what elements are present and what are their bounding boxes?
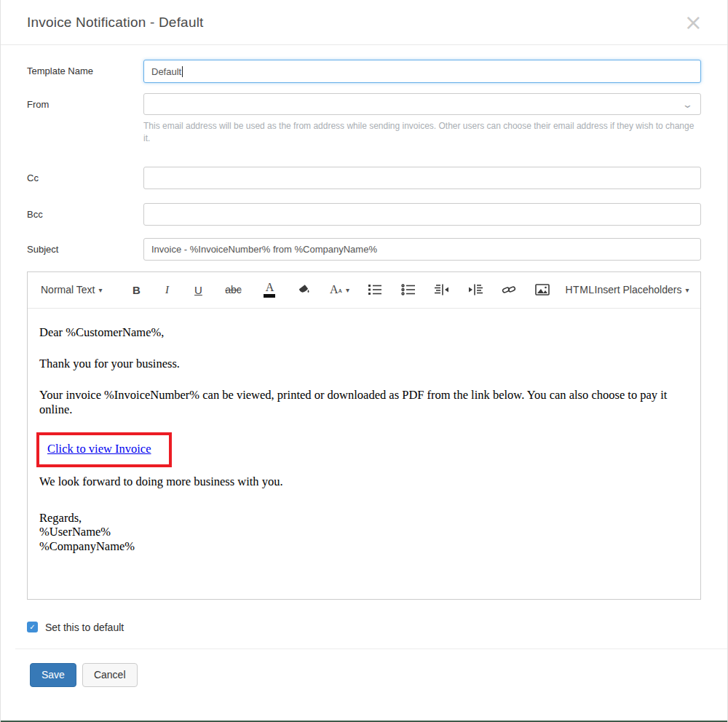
caret-down-icon: ▾ [685, 286, 689, 294]
editor-body[interactable]: Dear %CustomerName%, Thank you for your … [28, 309, 700, 599]
cc-label: Cc [27, 167, 143, 183]
insert-placeholders-label: Insert Placeholders [595, 284, 682, 295]
form-area: Template Name Default From ⌄ This email … [1, 60, 727, 600]
ordered-list-button[interactable] [392, 284, 425, 295]
bullet-list-icon [368, 284, 382, 295]
button-row: Save Cancel [1, 649, 727, 687]
bold-button[interactable]: B [121, 284, 151, 296]
from-helper-text: This email address will be used as the f… [143, 120, 701, 145]
bcc-row: Bcc [27, 203, 701, 226]
bcc-label: Bcc [27, 203, 143, 220]
font-size-dropdown[interactable]: Aᴀ ▾ [320, 283, 358, 296]
insert-image-button[interactable] [526, 284, 559, 295]
cc-input[interactable] [143, 167, 701, 189]
from-label: From [27, 93, 143, 110]
font-size-small-letter: ᴀ [338, 285, 342, 294]
strikethrough-button[interactable]: abc [214, 284, 252, 295]
underline-button[interactable]: U [182, 284, 214, 296]
image-icon [535, 284, 550, 295]
subject-label: Subject [27, 238, 143, 255]
chevron-down-icon: ⌄ [682, 100, 693, 109]
set-default-row: ✓ Set this to default [27, 622, 701, 633]
bullet-list-button[interactable] [358, 284, 392, 295]
subject-row: Subject Invoice - %InvoiceNumber% from %… [27, 238, 701, 261]
outdent-button[interactable] [425, 284, 459, 295]
italic-button[interactable]: I [151, 284, 182, 296]
from-row: From ⌄ This email address will be used a… [27, 93, 701, 145]
rich-text-editor: Normal Text ▾ B I U abc A Aᴀ [27, 271, 701, 600]
highlight-color-button[interactable] [287, 283, 320, 296]
save-button[interactable]: Save [30, 663, 76, 687]
cc-row: Cc [27, 167, 701, 189]
html-view-button[interactable]: HTML [565, 284, 594, 295]
editor-toolbar: Normal Text ▾ B I U abc A Aᴀ [28, 272, 700, 309]
indent-button[interactable] [459, 284, 492, 295]
template-name-value: Default [151, 66, 181, 77]
ordered-list-icon [401, 284, 416, 295]
set-default-checkbox[interactable]: ✓ [27, 622, 38, 632]
caret-down-icon: ▾ [346, 286, 349, 294]
dialog-title: Invoice Notification - Default [27, 15, 204, 31]
dialog-header: Invoice Notification - Default × [1, 0, 727, 45]
font-color-button[interactable]: A [252, 282, 287, 298]
template-name-input[interactable]: Default [143, 60, 701, 83]
template-name-label: Template Name [27, 60, 143, 76]
signature-line: Regards, [39, 511, 689, 525]
insert-placeholders-dropdown[interactable]: Insert Placeholders ▾ [595, 284, 689, 295]
check-icon: ✓ [29, 623, 35, 631]
body-line1: Thank you for your business. [39, 357, 689, 371]
insert-link-button[interactable] [492, 284, 526, 295]
bcc-input[interactable] [143, 203, 701, 226]
cancel-button[interactable]: Cancel [82, 663, 138, 687]
subject-input[interactable]: Invoice - %InvoiceNumber% from %CompanyN… [143, 238, 701, 261]
template-name-row: Template Name Default [27, 60, 701, 83]
font-color-letter: A [266, 282, 274, 293]
red-annotation-box: Click to view Invoice [36, 432, 172, 467]
body-line3: We look forward to doing more business w… [39, 475, 689, 489]
font-color-swatch [264, 294, 275, 298]
view-invoice-link[interactable]: Click to view Invoice [47, 442, 151, 456]
paragraph-style-label: Normal Text [41, 284, 95, 295]
signature-line: %CompanyName% [39, 539, 689, 553]
body-greeting: Dear %CustomerName%, [39, 325, 689, 340]
paint-bucket-icon [296, 283, 311, 296]
subject-value: Invoice - %InvoiceNumber% from %CompanyN… [151, 244, 377, 255]
outdent-icon [434, 284, 450, 295]
close-icon[interactable]: × [681, 12, 705, 33]
font-size-large-letter: A [330, 283, 339, 296]
set-default-label: Set this to default [45, 622, 124, 633]
signature-line: %UserName% [39, 525, 689, 539]
body-line2: Your invoice %InvoiceNumber% can be view… [39, 388, 689, 417]
caret-down-icon: ▾ [98, 286, 102, 294]
paragraph-style-dropdown[interactable]: Normal Text ▾ [41, 284, 102, 295]
indent-icon [467, 284, 483, 295]
from-select[interactable]: ⌄ [143, 93, 701, 115]
link-icon [502, 284, 516, 295]
signature-block: Regards, %UserName% %CompanyName% [39, 511, 689, 553]
text-cursor [182, 66, 183, 77]
